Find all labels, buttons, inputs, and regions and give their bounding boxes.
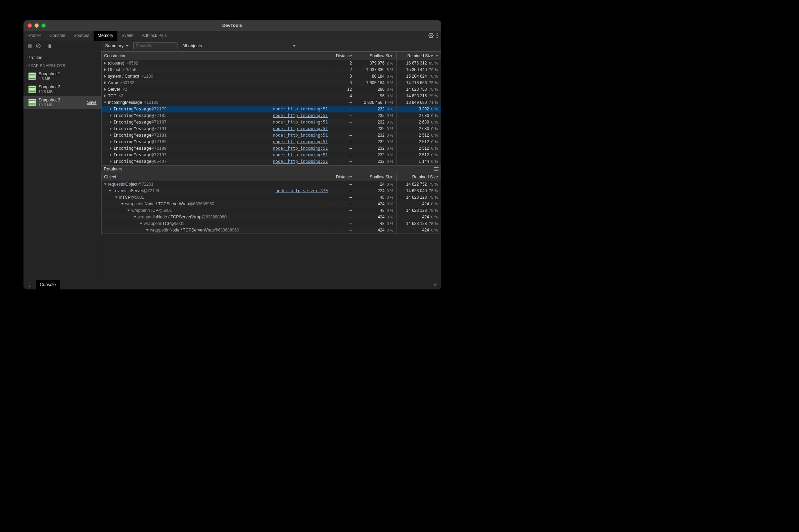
table-row[interactable]: IncomingMessage @72191node:_http_incomin… <box>102 126 441 132</box>
snapshot-size: 4.3 MB <box>39 77 60 81</box>
table-row[interactable]: IncomingMessage @72189node:_http_incomin… <box>102 145 441 152</box>
col-distance[interactable]: Distance <box>331 52 355 60</box>
object-filter-select[interactable]: All objects <box>180 43 298 49</box>
retainers-table: Object Distance Shallow Size Retained Si… <box>101 173 441 234</box>
devtools-window: DevTools Profiler Console Sources Memory… <box>23 20 441 289</box>
snapshot-size: 19.5 MB <box>39 103 60 107</box>
hamburger-icon[interactable] <box>434 167 439 171</box>
window-title: DevTools <box>23 23 441 28</box>
tab-svelte[interactable]: Svelte <box>117 31 138 41</box>
table-row[interactable]: TCP×24960 %14 623 21675 % <box>102 93 441 99</box>
col-distance[interactable]: Distance <box>331 173 355 181</box>
body: Profiles HEAP SNAPSHOTS Snapshot 14.3 MB… <box>23 41 441 280</box>
heap-snapshots-group-label: HEAP SNAPSHOTS <box>23 62 101 70</box>
snapshot-size: 19.5 MB <box>39 90 60 94</box>
profiles-label: Profiles <box>23 51 101 62</box>
svg-rect-7 <box>434 169 439 169</box>
table-row[interactable]: Array×5016231 605 1848 %14 718 65675 % <box>102 80 441 86</box>
col-retained-size[interactable]: Retained Size <box>397 52 441 60</box>
col-shallow-size[interactable]: Shallow Size <box>355 52 397 60</box>
col-retained-size[interactable]: Retained Size <box>397 173 441 181</box>
table-row[interactable]: system / Context×1130380 1840 %15 204 62… <box>102 73 441 80</box>
profiles-sidebar: Profiles HEAP SNAPSHOTS Snapshot 14.3 MB… <box>23 41 101 280</box>
tab-adblock-plus[interactable]: Adblock Plus <box>138 31 171 41</box>
table-header: Constructor Distance Shallow Size Retain… <box>102 52 441 60</box>
source-link[interactable]: node:_http_incoming:51 <box>273 107 328 111</box>
col-shallow-size[interactable]: Shallow Size <box>355 173 397 181</box>
table-row[interactable]: IncomingMessage @85407node:_http_incomin… <box>102 158 441 165</box>
svg-line-5 <box>37 45 40 47</box>
tab-memory[interactable]: Memory <box>94 31 117 41</box>
source-link[interactable]: node:_http_incoming:51 <box>273 152 328 157</box>
tab-profiler[interactable]: Profiler <box>23 31 46 41</box>
table-row[interactable]: IncomingMessage @72181node:_http_incomin… <box>102 132 441 139</box>
kebab-icon[interactable] <box>436 33 438 38</box>
table-row[interactable]: Object×2545621 037 3365 %15 359 44079 % <box>102 67 441 73</box>
snapshot-name: Snapshot 3 <box>39 98 60 103</box>
object-filter-label: All objects <box>182 43 202 48</box>
table-row[interactable]: _events in Server @72199node:_http_serve… <box>102 188 441 194</box>
table-row[interactable]: wrapped in Node / TCPServerWrap @6336889… <box>102 201 441 207</box>
chevron-down-icon <box>293 45 296 47</box>
source-link[interactable]: node:_http_incoming:51 <box>273 120 328 125</box>
table-row[interactable]: IncomingMessage @72183node:_http_incomin… <box>102 112 441 119</box>
tab-divider <box>425 33 425 38</box>
table-row[interactable]: wrapper in TCP @5001–480 %14 623 12875 % <box>102 220 441 227</box>
view-select[interactable]: Summary <box>103 43 131 49</box>
table-row[interactable]: Server×2122800 %14 623 76075 % <box>102 86 441 93</box>
svg-rect-6 <box>434 167 439 168</box>
table-row[interactable]: wrapped in Node / TCPServerWrap @6336889… <box>102 227 441 234</box>
source-link[interactable]: node:_http_incoming:51 <box>273 159 328 164</box>
titlebar: DevTools <box>23 20 441 31</box>
table-row[interactable]: wrapper in TCP @5001–480 %14 623 12875 % <box>102 207 441 214</box>
drawer-close-icon[interactable]: ✕ <box>429 282 441 287</box>
save-snapshot-link[interactable]: Save <box>87 100 96 105</box>
main-content: Summary All objects Constructor Distance… <box>101 41 441 280</box>
table-row[interactable]: wrapped in Node / TCPServerWrap @6336889… <box>102 214 441 220</box>
table-row[interactable]: IncomingMessage @72179node:_http_incomin… <box>102 106 441 112</box>
source-link[interactable]: node:_http_incoming:51 <box>273 146 328 151</box>
retainers-header: Retainers <box>101 165 441 173</box>
source-link[interactable]: node:_http_incoming:51 <box>273 133 328 138</box>
class-filter-input[interactable] <box>133 42 177 49</box>
source-link[interactable]: node:_http_incoming:51 <box>273 126 328 131</box>
drawer-bar: ⋮ Console ✕ <box>23 280 441 289</box>
svg-rect-8 <box>434 170 439 171</box>
table-row[interactable]: IncomingMessage @72185node:_http_incomin… <box>102 139 441 145</box>
clear-icon[interactable] <box>36 43 41 49</box>
tab-console[interactable]: Console <box>45 31 69 41</box>
retainers-label: Retainers <box>104 167 123 171</box>
snapshot-name: Snapshot 1 <box>39 71 60 77</box>
snapshot-2[interactable]: Snapshot 219.5 MB <box>23 83 101 96</box>
drawer-kebab-icon[interactable]: ⋮ <box>23 282 36 288</box>
retainers-table-header: Object Distance Shallow Size Retained Si… <box>102 173 441 181</box>
tab-sources[interactable]: Sources <box>69 31 94 41</box>
source-link[interactable]: node:_http_server:370 <box>276 188 328 193</box>
gear-icon[interactable] <box>428 33 434 38</box>
constructor-table: Constructor Distance Shallow Size Retain… <box>101 51 441 165</box>
table-row[interactable]: (closure)×65922379 9762 %16 676 31285 % <box>102 60 441 67</box>
filter-bar: Summary All objects <box>101 41 441 51</box>
chevron-down-icon <box>126 45 128 47</box>
table-row[interactable]: in TCP @5001–480 %14 623 12875 % <box>102 194 441 201</box>
svg-point-0 <box>430 35 432 36</box>
source-link[interactable]: node:_http_incoming:51 <box>273 113 328 118</box>
table-row[interactable]: request in Object @72201–240 %14 622 752… <box>102 181 441 188</box>
svg-point-3 <box>436 37 437 38</box>
svg-point-1 <box>436 33 437 34</box>
source-link[interactable]: node:_http_incoming:51 <box>273 139 328 144</box>
col-object[interactable]: Object <box>102 173 331 181</box>
svg-point-2 <box>436 35 437 36</box>
col-constructor[interactable]: Constructor <box>102 52 331 60</box>
snapshot-icon <box>28 72 36 80</box>
snapshot-1[interactable]: Snapshot 14.3 MB <box>23 70 101 83</box>
snapshot-icon <box>28 99 36 106</box>
view-label: Summary <box>105 43 124 48</box>
table-row[interactable]: IncomingMessage×12183–2 826 45614 %13 94… <box>102 99 441 106</box>
record-button[interactable] <box>28 44 32 48</box>
table-row[interactable]: IncomingMessage @72193node:_http_incomin… <box>102 152 441 158</box>
trash-icon[interactable] <box>47 43 52 49</box>
table-row[interactable]: IncomingMessage @72187node:_http_incomin… <box>102 119 441 126</box>
snapshot-3[interactable]: Snapshot 319.5 MB Save <box>23 96 101 109</box>
drawer-tab-console[interactable]: Console <box>36 280 60 289</box>
